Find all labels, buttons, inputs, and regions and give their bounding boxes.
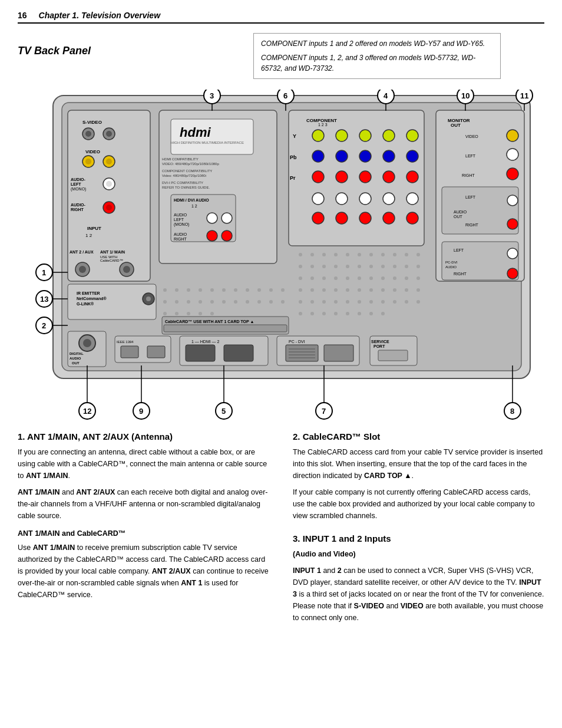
svg-point-72 (359, 171, 371, 183)
svg-point-105 (507, 248, 518, 259)
svg-text:NetCommand®: NetCommand® (77, 297, 107, 301)
svg-rect-133 (286, 345, 318, 361)
svg-point-197 (358, 276, 361, 280)
section-3-title: 3. INPUT 1 and 2 Inputs (293, 533, 544, 543)
svg-point-77 (359, 193, 371, 205)
callout-line1: COMPONENT inputs 1 and 2 offered on mode… (261, 38, 493, 49)
svg-point-83 (383, 212, 395, 224)
svg-point-188 (381, 265, 385, 268)
section-1-title: 1. ANT 1/MAIN, ANT 2/AUX (Antenna) (18, 431, 269, 442)
section-1-body: If you are connecting an antenna, direct… (18, 446, 269, 601)
svg-point-222 (393, 300, 396, 304)
svg-text:ANT 2 / AUX: ANT 2 / AUX (70, 250, 94, 254)
svg-text:1 — HDMI — 2: 1 — HDMI — 2 (191, 340, 220, 344)
svg-text:Pb: Pb (290, 154, 297, 160)
svg-text:AUDIO: AUDIO (70, 357, 81, 360)
svg-point-212 (405, 288, 408, 292)
svg-text:OUT: OUT (454, 215, 463, 219)
svg-point-156 (187, 300, 190, 304)
tv-back-panel-title: TV Back Panel (18, 45, 135, 57)
svg-text:6: 6 (283, 91, 287, 100)
svg-rect-130 (224, 345, 253, 361)
svg-point-217 (334, 300, 338, 304)
svg-text:CableCARD™: CableCARD™ (100, 259, 123, 262)
section-2-title: 2. CableCARD™ Slot (293, 431, 544, 442)
svg-point-204 (310, 288, 314, 292)
svg-text:AUDIO: AUDIO (174, 213, 187, 217)
svg-point-223 (405, 300, 408, 304)
svg-point-74 (406, 171, 418, 183)
svg-point-220 (369, 300, 373, 304)
svg-point-181 (299, 265, 302, 268)
svg-text:(MONO): (MONO) (71, 187, 86, 192)
svg-point-170 (299, 253, 302, 256)
svg-point-232 (381, 312, 385, 315)
section-3-body: (Audio and Video) INPUT 1 and 2 can be u… (293, 548, 544, 624)
svg-text:RIGHT: RIGHT (454, 272, 467, 276)
callout-line2: COMPONENT inputs 1, 2, and 3 offered on … (261, 52, 493, 74)
svg-text:HDMI COMPATIBILITY: HDMI COMPATIBILITY (162, 157, 199, 161)
svg-point-200 (393, 276, 396, 280)
section-2: 2. CableCARD™ Slot The CableCARD access … (293, 431, 544, 628)
svg-text:RIGHT: RIGHT (465, 223, 479, 227)
svg-text:1      2: 1 2 (191, 204, 197, 208)
section-1: 1. ANT 1/MAIN, ANT 2/AUX (Antenna) If yo… (18, 431, 269, 628)
svg-point-221 (381, 300, 385, 304)
svg-text:HDMI / DVI AUDIO: HDMI / DVI AUDIO (174, 198, 209, 202)
svg-text:INPUT: INPUT (87, 226, 101, 231)
svg-text:LEFT: LEFT (454, 248, 464, 252)
svg-point-175 (358, 253, 361, 256)
svg-point-189 (393, 265, 396, 268)
svg-text:Y: Y (293, 133, 296, 139)
svg-point-209 (369, 288, 373, 292)
svg-point-162 (257, 300, 261, 304)
svg-point-219 (358, 300, 361, 304)
svg-rect-134 (324, 345, 353, 361)
svg-point-172 (322, 253, 326, 256)
svg-text:1: 1 (42, 268, 46, 277)
svg-text:13: 13 (40, 295, 48, 304)
svg-point-149 (234, 288, 237, 292)
svg-point-66 (359, 150, 371, 162)
svg-point-29 (79, 266, 86, 273)
svg-point-215 (310, 300, 314, 304)
svg-point-146 (199, 288, 202, 292)
svg-text:RIGHT: RIGHT (462, 173, 475, 177)
section-2-para2: If your cable company is not currently o… (293, 486, 544, 522)
tv-back-panel-diagram: S-VIDEO VIDEO AUDIO- LEFT (MONO) (18, 90, 544, 420)
svg-point-179 (405, 253, 408, 256)
svg-point-53 (222, 230, 232, 241)
svg-point-224 (416, 300, 420, 304)
svg-point-165 (163, 312, 167, 315)
svg-point-185 (346, 265, 349, 268)
svg-point-89 (507, 130, 518, 141)
svg-point-168 (199, 312, 202, 315)
svg-point-52 (207, 230, 217, 241)
svg-point-180 (416, 253, 420, 256)
svg-point-201 (405, 276, 408, 280)
svg-rect-116 (164, 325, 287, 332)
svg-text:VIDEO: VIDEO (85, 149, 100, 154)
svg-point-157 (199, 300, 202, 304)
svg-point-214 (299, 300, 302, 304)
svg-point-211 (393, 288, 396, 292)
svg-point-64 (312, 150, 324, 162)
section-3-subtitle: (Audio and Video) (293, 550, 356, 558)
svg-text:7: 7 (322, 407, 326, 416)
svg-point-100 (507, 219, 518, 229)
svg-text:DIGITAL: DIGITAL (70, 352, 84, 355)
section-1-para2: ANT 1/MAIN and ANT 2/AUX can each receiv… (18, 486, 269, 522)
svg-text:RIGHT: RIGHT (174, 237, 187, 241)
svg-point-75 (312, 193, 324, 205)
tv-back-panel-section: TV Back Panel COMPONENT inputs 1 and 2 o… (18, 33, 544, 420)
svg-point-228 (334, 312, 338, 315)
svg-text:2: 2 (42, 321, 46, 330)
svg-point-230 (358, 312, 361, 315)
svg-point-231 (369, 312, 373, 315)
svg-point-153 (281, 288, 285, 292)
svg-point-107 (507, 268, 518, 279)
svg-text:LEFT: LEFT (71, 182, 81, 186)
svg-point-191 (416, 265, 420, 268)
svg-rect-129 (186, 345, 215, 361)
svg-point-78 (383, 193, 395, 205)
